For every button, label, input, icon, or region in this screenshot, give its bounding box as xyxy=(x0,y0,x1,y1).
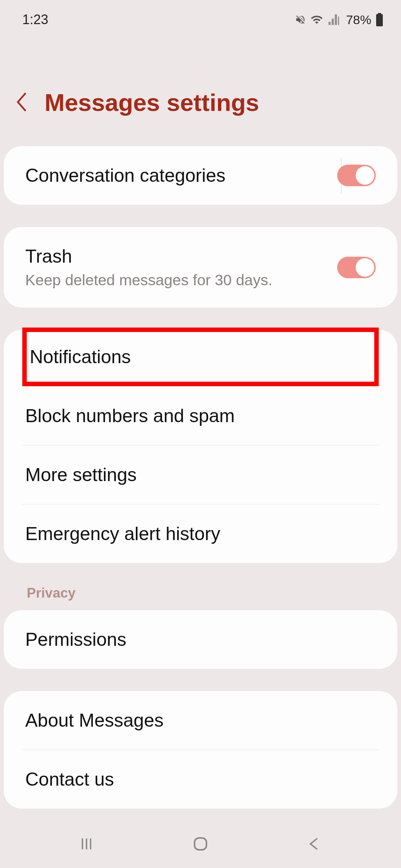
system-nav-bar xyxy=(0,820,401,868)
status-bar: 1:23 78% xyxy=(0,0,401,35)
row-about-messages[interactable]: About Messages xyxy=(4,691,397,750)
row-contact-us[interactable]: Contact us xyxy=(22,750,379,809)
wifi-icon xyxy=(310,13,323,26)
row-label: Conversation categories xyxy=(25,165,225,186)
row-label: Permissions xyxy=(25,629,126,650)
row-block-spam[interactable]: Block numbers and spam xyxy=(22,386,379,445)
card-about: About Messages Contact us xyxy=(4,691,397,809)
mute-icon xyxy=(295,14,306,25)
toggle-trash[interactable] xyxy=(337,257,376,278)
row-label: More settings xyxy=(25,464,137,486)
nav-back-icon[interactable] xyxy=(303,833,326,855)
card-conversation: Conversation categories xyxy=(4,146,397,205)
toggle-knob xyxy=(356,258,374,277)
toggle-knob xyxy=(356,166,374,185)
row-trash[interactable]: Trash Keep deleted messages for 30 days. xyxy=(4,227,397,308)
row-emergency-alert[interactable]: Emergency alert history xyxy=(22,504,379,563)
row-notifications-wrapper: Notifications xyxy=(4,330,397,386)
battery-icon xyxy=(376,13,383,26)
page-title: Messages settings xyxy=(45,89,259,116)
row-notifications[interactable]: Notifications xyxy=(30,346,131,367)
card-notifications-group: Notifications Block numbers and spam Mor… xyxy=(4,330,397,563)
row-label: Emergency alert history xyxy=(25,523,220,545)
row-text: Trash Keep deleted messages for 30 days. xyxy=(25,246,273,289)
card-privacy: Permissions xyxy=(4,610,397,669)
status-right: 78% xyxy=(295,13,383,27)
battery-percentage: 78% xyxy=(346,13,371,27)
row-more-settings[interactable]: More settings xyxy=(22,445,379,504)
section-label-privacy: Privacy xyxy=(0,585,401,610)
row-permissions[interactable]: Permissions xyxy=(4,610,397,669)
back-icon[interactable] xyxy=(15,91,30,115)
nav-recents-icon[interactable] xyxy=(75,833,98,855)
nav-home-icon[interactable] xyxy=(189,833,212,855)
card-trash: Trash Keep deleted messages for 30 days. xyxy=(4,227,397,308)
svg-rect-0 xyxy=(376,14,383,26)
signal-icon xyxy=(327,13,340,26)
svg-rect-5 xyxy=(195,838,206,850)
row-conversation-categories[interactable]: Conversation categories xyxy=(4,146,397,205)
toggle-conversation-categories[interactable] xyxy=(337,165,376,186)
page-header: Messages settings xyxy=(0,35,401,146)
row-label: Contact us xyxy=(25,769,114,790)
row-label: Trash xyxy=(25,246,273,267)
row-label: Block numbers and spam xyxy=(25,405,235,427)
status-time: 1:23 xyxy=(22,12,48,27)
highlight-notifications: Notifications xyxy=(22,328,379,386)
svg-rect-1 xyxy=(378,13,381,15)
row-sublabel: Keep deleted messages for 30 days. xyxy=(25,272,273,289)
row-label: About Messages xyxy=(25,710,163,731)
